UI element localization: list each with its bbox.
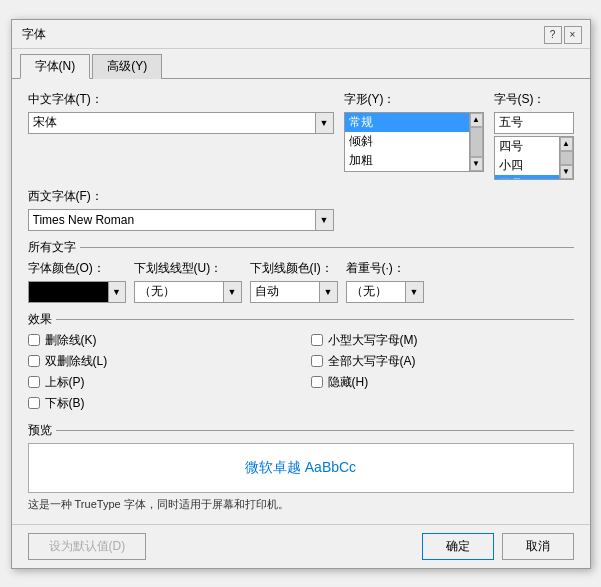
all-caps-label: 全部大写字母(A) [328, 353, 416, 370]
style-scrollbar: ▲ ▼ [470, 112, 484, 172]
size-listbox-wrapper: 四号 小四 五号 ▲ ▼ [494, 136, 574, 180]
preview-description: 这是一种 TrueType 字体，同时适用于屏幕和打印机。 [28, 497, 574, 512]
font-color-preview [28, 281, 108, 303]
hidden-label: 隐藏(H) [328, 374, 369, 391]
footer-right: 确定 取消 [422, 533, 574, 560]
underline-color-arrow[interactable]: ▼ [320, 281, 338, 303]
font-dialog: 字体 ? × 字体(N) 高级(Y) 中文字体(T)： ▼ 字形(Y)： [11, 19, 591, 569]
help-button[interactable]: ? [544, 26, 562, 44]
font-row: 中文字体(T)： ▼ 字形(Y)： 常规 倾斜 加粗 ▲ [28, 91, 574, 180]
dialog-content: 中文字体(T)： ▼ 字形(Y)： 常规 倾斜 加粗 ▲ [12, 78, 590, 524]
western-font-input[interactable] [28, 209, 316, 231]
subscript-checkbox[interactable] [28, 397, 40, 409]
preview-box: 微软卓越 AaBbCc [28, 443, 574, 493]
underline-style-combo: ▼ [134, 281, 242, 303]
size-item-4[interactable]: 四号 [495, 137, 559, 156]
dialog-footer: 设为默认值(D) 确定 取消 [12, 524, 590, 568]
effects-col-left: 删除线(K) 双删除线(L) 上标(P) 下标(B) [28, 332, 291, 412]
tab-bar: 字体(N) 高级(Y) [12, 49, 590, 78]
font-color-label: 字体颜色(O)： [28, 260, 126, 277]
western-font-label: 西文字体(F)： [28, 188, 334, 205]
superscript-label: 上标(P) [45, 374, 85, 391]
preview-section-label: 预览 [28, 422, 574, 439]
style-group: 字形(Y)： 常规 倾斜 加粗 ▲ ▼ [344, 91, 484, 180]
size-scroll-thumb[interactable] [560, 151, 573, 165]
size-listbox: 四号 小四 五号 [494, 136, 560, 180]
style-item-regular[interactable]: 常规 [345, 113, 469, 132]
size-input[interactable] [494, 112, 574, 134]
all-caps-checkbox[interactable] [311, 355, 323, 367]
checkbox-small-caps: 小型大写字母(M) [311, 332, 574, 349]
close-button[interactable]: × [564, 26, 582, 44]
size-group: 字号(S)： 四号 小四 五号 ▲ ▼ [494, 91, 574, 180]
tab-font[interactable]: 字体(N) [20, 54, 91, 79]
emphasis-combo: ▼ [346, 281, 424, 303]
double-strike-checkbox[interactable] [28, 355, 40, 367]
checkbox-hidden: 隐藏(H) [311, 374, 574, 391]
checkbox-all-caps: 全部大写字母(A) [311, 353, 574, 370]
preview-text: 微软卓越 AaBbCc [245, 459, 356, 477]
ok-button[interactable]: 确定 [422, 533, 494, 560]
underline-style-arrow[interactable]: ▼ [224, 281, 242, 303]
style-listbox: 常规 倾斜 加粗 [344, 112, 470, 172]
double-strike-label: 双删除线(L) [45, 353, 108, 370]
footer-left: 设为默认值(D) [28, 533, 147, 560]
checkbox-strikethrough: 删除线(K) [28, 332, 291, 349]
size-item-5[interactable]: 五号 [495, 175, 559, 180]
chinese-font-input[interactable] [28, 112, 316, 134]
style-label: 字形(Y)： [344, 91, 484, 108]
style-scroll-up[interactable]: ▲ [470, 113, 483, 127]
emphasis-label: 着重号(·)： [346, 260, 424, 277]
western-font-group: 西文字体(F)： ▼ [28, 188, 334, 231]
all-text-row: 字体颜色(O)： ▼ 下划线线型(U)： ▼ 下划线颜色(I)： ▼ [28, 260, 574, 303]
style-scroll-thumb[interactable] [470, 127, 483, 157]
dialog-title: 字体 [22, 26, 46, 43]
font-color-field: 字体颜色(O)： ▼ [28, 260, 126, 303]
underline-color-combo: ▼ [250, 281, 338, 303]
all-text-section-label: 所有文字 [28, 239, 574, 256]
emphasis-arrow[interactable]: ▼ [406, 281, 424, 303]
small-caps-checkbox[interactable] [311, 334, 323, 346]
western-font-arrow[interactable]: ▼ [316, 209, 334, 231]
underline-style-label: 下划线线型(U)： [134, 260, 242, 277]
emphasis-input[interactable] [346, 281, 406, 303]
underline-color-field: 下划线颜色(I)： ▼ [250, 260, 338, 303]
chinese-font-combo: ▼ [28, 112, 334, 134]
size-input-wrapper [494, 112, 574, 134]
title-bar: 字体 ? × [12, 20, 590, 49]
cancel-button[interactable]: 取消 [502, 533, 574, 560]
font-color-combo: ▼ [28, 281, 126, 303]
underline-color-input[interactable] [250, 281, 320, 303]
chinese-font-arrow[interactable]: ▼ [316, 112, 334, 134]
underline-style-input[interactable] [134, 281, 224, 303]
superscript-checkbox[interactable] [28, 376, 40, 388]
tab-advanced[interactable]: 高级(Y) [92, 54, 162, 79]
strikethrough-label: 删除线(K) [45, 332, 97, 349]
size-scrollbar: ▲ ▼ [560, 136, 574, 180]
western-font-combo: ▼ [28, 209, 334, 231]
set-default-button[interactable]: 设为默认值(D) [28, 533, 147, 560]
size-item-xiaosi[interactable]: 小四 [495, 156, 559, 175]
size-label: 字号(S)： [494, 91, 574, 108]
style-item-italic[interactable]: 倾斜 [345, 132, 469, 151]
effects-col-right: 小型大写字母(M) 全部大写字母(A) 隐藏(H) [311, 332, 574, 412]
subscript-label: 下标(B) [45, 395, 85, 412]
chinese-font-group: 中文字体(T)： ▼ [28, 91, 334, 180]
size-scroll-down[interactable]: ▼ [560, 165, 573, 179]
style-scroll-down[interactable]: ▼ [470, 157, 483, 171]
chinese-font-label: 中文字体(T)： [28, 91, 334, 108]
font-color-arrow[interactable]: ▼ [108, 281, 126, 303]
strikethrough-checkbox[interactable] [28, 334, 40, 346]
underline-style-field: 下划线线型(U)： ▼ [134, 260, 242, 303]
effects-columns: 删除线(K) 双删除线(L) 上标(P) 下标(B) 小型大 [28, 332, 574, 412]
size-scroll-up[interactable]: ▲ [560, 137, 573, 151]
small-caps-label: 小型大写字母(M) [328, 332, 418, 349]
effects-section-label: 效果 [28, 311, 574, 328]
checkbox-double-strike: 双删除线(L) [28, 353, 291, 370]
emphasis-field: 着重号(·)： ▼ [346, 260, 424, 303]
style-item-bold[interactable]: 加粗 [345, 151, 469, 170]
style-listbox-wrapper: 常规 倾斜 加粗 ▲ ▼ [344, 112, 484, 172]
hidden-checkbox[interactable] [311, 376, 323, 388]
checkbox-subscript: 下标(B) [28, 395, 291, 412]
western-font-row: 西文字体(F)： ▼ [28, 188, 574, 231]
